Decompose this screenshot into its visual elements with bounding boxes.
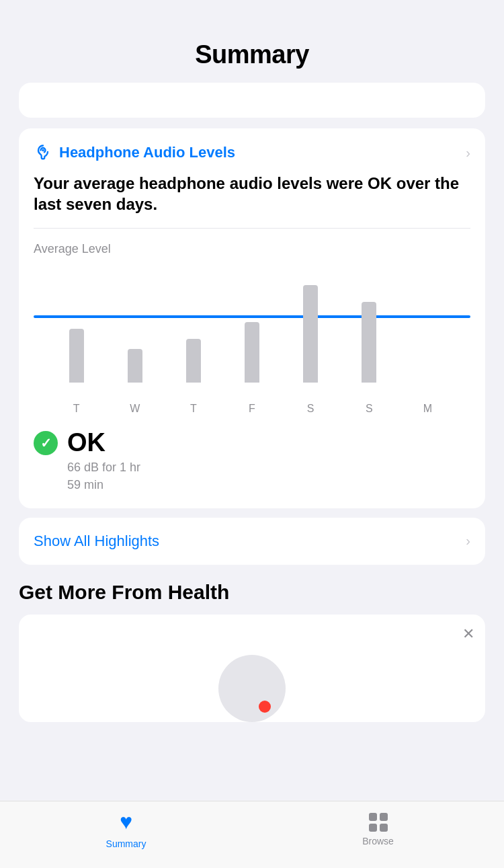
status-detail-label: 66 dB for 1 hr59 min — [67, 459, 140, 493]
bars-row — [34, 262, 470, 383]
browse-cell-3 — [369, 824, 377, 832]
tab-browse-label: Browse — [362, 836, 394, 846]
promo-avatar — [218, 655, 286, 722]
tab-summary[interactable]: ♥ Summary — [0, 810, 252, 849]
headphone-link-left: Headphone Audio Levels — [34, 143, 235, 162]
tab-summary-label: Summary — [106, 838, 146, 849]
heart-icon: ♥ — [120, 810, 132, 834]
bar-t2 — [186, 262, 201, 383]
main-content: Headphone Audio Levels › Your average he… — [0, 128, 504, 565]
browse-cell-1 — [369, 813, 377, 821]
bar-m — [420, 262, 435, 383]
day-label-m: M — [417, 403, 437, 415]
get-more-title: Get More From Health — [0, 581, 504, 604]
red-dot-indicator — [259, 701, 271, 713]
status-row: OK 66 dB for 1 hr59 min — [34, 430, 470, 493]
chart-area: Average Level — [34, 242, 470, 493]
svg-point-0 — [42, 149, 44, 152]
highlights-label: Show All Highlights — [34, 532, 159, 550]
chart-label: Average Level — [34, 242, 470, 256]
browse-cell-4 — [380, 824, 388, 832]
bar-column — [362, 302, 376, 383]
bar-column — [128, 349, 142, 383]
bar-t1 — [69, 262, 84, 383]
top-card-stub — [19, 83, 485, 118]
headphone-link-row[interactable]: Headphone Audio Levels › — [34, 143, 470, 162]
day-labels-row: T W T F S S M — [34, 403, 470, 415]
day-label-t2: T — [183, 403, 204, 415]
page-title: Summary — [195, 40, 309, 69]
status-text-block: OK 66 dB for 1 hr59 min — [67, 430, 140, 493]
promo-card: ✕ — [19, 615, 485, 722]
browse-grid-icon — [369, 813, 388, 832]
chevron-right-icon: › — [466, 145, 470, 161]
bar-s2 — [362, 262, 376, 383]
tab-browse[interactable]: Browse — [252, 813, 504, 846]
bar-w — [128, 262, 142, 383]
day-label-f: F — [242, 403, 262, 415]
day-label-s2: S — [359, 403, 379, 415]
bar-s1 — [303, 262, 318, 383]
bar-column — [245, 322, 259, 383]
tab-bar: ♥ Summary Browse — [0, 801, 504, 868]
tab-spacer — [0, 722, 504, 796]
bar-column — [186, 339, 201, 383]
headphone-summary-text: Your average headphone audio levels were… — [34, 173, 470, 214]
card-divider — [34, 228, 470, 229]
day-label-s1: S — [300, 403, 321, 415]
headphone-audio-card: Headphone Audio Levels › Your average he… — [19, 128, 485, 508]
day-label-t1: T — [67, 403, 87, 415]
day-label-w: W — [125, 403, 145, 415]
browse-cell-2 — [380, 813, 388, 821]
close-button[interactable]: ✕ — [462, 625, 474, 643]
highlights-card[interactable]: Show All Highlights › — [19, 518, 485, 565]
highlights-chevron-icon: › — [466, 533, 470, 549]
ear-icon — [34, 143, 52, 162]
bar-chart — [34, 262, 470, 396]
headphone-link-label: Headphone Audio Levels — [59, 144, 235, 161]
bar-column — [303, 285, 318, 383]
header: Summary — [0, 0, 504, 83]
check-circle-icon — [34, 431, 58, 455]
status-ok-label: OK — [67, 430, 140, 455]
bar-column — [69, 329, 84, 383]
bar-f — [245, 262, 259, 383]
